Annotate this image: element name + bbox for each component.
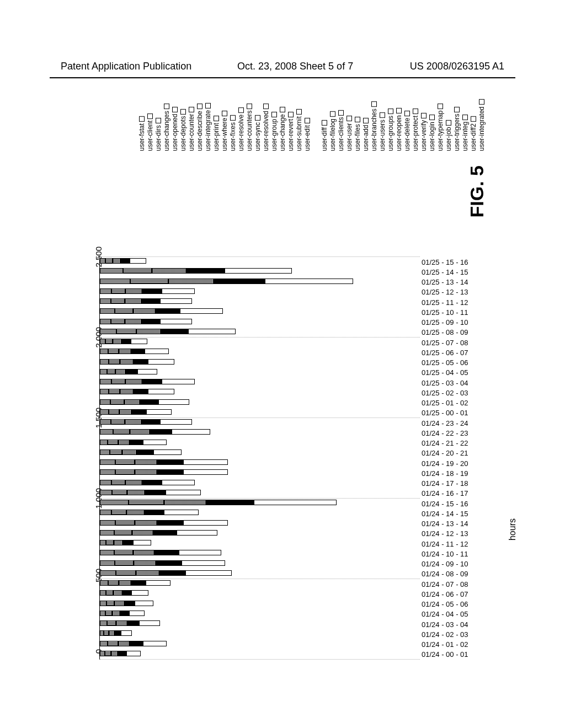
category-label: 01/24 - 22 - 23 xyxy=(422,429,468,437)
bar-segment xyxy=(139,620,160,626)
bar-row xyxy=(100,629,132,639)
category-label: 01/24 - 21 - 22 xyxy=(422,439,468,447)
bar-segment xyxy=(142,480,161,485)
bar-segment xyxy=(109,630,114,636)
bar-segment xyxy=(135,601,153,606)
legend-swatch-icon xyxy=(438,103,444,109)
bar-row xyxy=(100,488,201,498)
bar-segment xyxy=(114,540,123,545)
category-label: 01/24 - 09 - 10 xyxy=(422,560,468,568)
bar-segment xyxy=(133,308,155,314)
bar-segment xyxy=(182,560,226,566)
bar-segment xyxy=(145,349,169,354)
legend-item: user-diff2 xyxy=(470,99,478,151)
legend-swatch-icon xyxy=(239,108,244,113)
bar-segment xyxy=(115,520,135,526)
bar-segment xyxy=(100,288,111,294)
bar-segment xyxy=(154,550,179,555)
legend-item: user-users xyxy=(379,99,387,151)
bar-segment xyxy=(125,419,141,425)
legend-swatch-icon xyxy=(264,104,269,109)
bar-segment xyxy=(160,298,192,304)
bar-segment xyxy=(153,530,177,536)
bar-segment xyxy=(120,389,133,394)
bar-segment xyxy=(131,590,148,596)
bar-segment xyxy=(161,329,188,334)
bar-segment xyxy=(185,570,232,576)
bar-segment xyxy=(100,319,111,324)
bar-segment xyxy=(135,459,158,465)
bar-segment xyxy=(132,409,146,415)
bar-segment xyxy=(131,580,146,586)
bar-segment xyxy=(157,459,183,465)
category-label: 01/24 - 23 - 24 xyxy=(422,419,468,427)
bar-segment xyxy=(134,560,156,566)
bar-segment xyxy=(118,651,126,656)
legend-swatch-icon xyxy=(347,116,353,121)
legend-swatch-icon xyxy=(206,103,211,109)
bar-row xyxy=(100,337,147,347)
bar-row xyxy=(100,588,148,598)
legend-swatch-icon xyxy=(222,111,228,116)
category-label: 01/25 - 10 - 11 xyxy=(422,308,468,317)
bar-segment xyxy=(111,480,126,485)
legend-item: user-print xyxy=(212,99,221,151)
bar-segment xyxy=(100,651,105,656)
bar-segment xyxy=(127,620,139,626)
legend-swatch-icon xyxy=(140,116,145,122)
bar-row xyxy=(100,468,228,478)
header-rule xyxy=(50,77,515,78)
bar-row xyxy=(100,256,146,266)
category-label: 01/24 - 17 - 18 xyxy=(422,479,468,488)
bar-segment xyxy=(179,550,221,555)
bar-segment xyxy=(141,298,159,304)
category-label: 01/25 - 11 - 12 xyxy=(422,298,468,307)
bar-segment xyxy=(160,419,192,425)
bar-segment xyxy=(122,590,132,596)
bar-segment xyxy=(100,349,108,354)
header-left: Patent Application Publication xyxy=(61,61,191,72)
bar-row xyxy=(100,438,167,448)
bar-segment xyxy=(164,510,199,515)
bar-row xyxy=(100,609,145,619)
bar-segment xyxy=(157,520,183,526)
bar-segment xyxy=(100,339,105,344)
bar-segment xyxy=(121,258,130,264)
bar-segment xyxy=(141,419,159,425)
bar-segment xyxy=(135,520,158,526)
bar-segment xyxy=(115,459,135,465)
bar-segment xyxy=(143,641,166,646)
legend-swatch-icon xyxy=(380,113,386,118)
bar-segment xyxy=(100,490,112,495)
bar-row xyxy=(100,649,141,659)
bar-segment xyxy=(168,279,214,284)
legend-item: user-describe xyxy=(196,99,204,151)
bar-segment xyxy=(105,651,111,656)
bar-segment xyxy=(141,319,159,324)
bar-segment xyxy=(160,319,192,324)
bar-row xyxy=(100,478,195,488)
bar-segment xyxy=(120,611,129,616)
legend-swatch-icon xyxy=(479,99,485,105)
bar-segment xyxy=(115,369,126,374)
bar-row xyxy=(100,579,170,588)
bar-segment xyxy=(114,601,124,606)
bar-segment xyxy=(100,459,115,465)
bar-segment xyxy=(130,279,168,284)
bar-segment xyxy=(183,459,228,465)
bar-segment xyxy=(130,258,146,264)
legend-item: user-integ xyxy=(461,99,470,151)
bar-row xyxy=(100,569,232,579)
legend-item: user-reopen xyxy=(395,99,403,151)
category-label: 01/24 - 07 - 08 xyxy=(422,580,468,588)
bar-segment xyxy=(123,268,152,274)
header-right: US 2008/0263195 A1 xyxy=(410,61,504,72)
bar-row xyxy=(100,427,210,437)
bar-segment xyxy=(113,339,121,344)
bar-segment xyxy=(100,590,106,596)
legend-swatch-icon xyxy=(231,115,236,121)
bar-row xyxy=(100,548,221,558)
bar-segment xyxy=(183,469,228,475)
legend-item: user-counter xyxy=(188,99,196,151)
category-label: 01/24 - 05 - 06 xyxy=(422,600,468,608)
